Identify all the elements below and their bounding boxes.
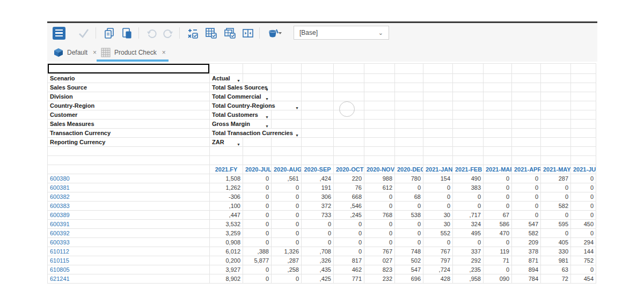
- data-cell[interactable]: 220: [334, 174, 364, 183]
- empty-cell[interactable]: [302, 129, 334, 138]
- data-cell[interactable]: 0: [272, 238, 302, 247]
- data-cell[interactable]: 68: [395, 192, 423, 202]
- data-cell[interactable]: 0: [484, 265, 512, 274]
- empty-cell[interactable]: [541, 83, 571, 92]
- column-header-2020-DEC[interactable]: 2020-DEC: [395, 165, 423, 174]
- dimension-selector-5[interactable]: Gross Margin▼: [210, 120, 272, 129]
- data-cell[interactable]: 0: [453, 238, 484, 247]
- empty-cell[interactable]: [364, 120, 395, 129]
- empty-cell[interactable]: [571, 120, 596, 129]
- selected-cell[interactable]: [48, 64, 210, 74]
- empty-cell[interactable]: [484, 101, 512, 110]
- data-cell[interactable]: 294: [571, 238, 596, 247]
- data-cell[interactable]: 324: [453, 220, 484, 229]
- empty-cell[interactable]: [571, 147, 596, 156]
- data-cell[interactable]: ,235: [453, 265, 484, 274]
- data-cell[interactable]: 502: [395, 256, 423, 265]
- empty-cell[interactable]: [453, 83, 484, 92]
- row-label-600392[interactable]: 600392: [48, 229, 210, 238]
- empty-cell[interactable]: [453, 74, 484, 83]
- data-cell[interactable]: 0: [571, 174, 596, 183]
- data-cell[interactable]: 582: [512, 229, 541, 238]
- data-cell[interactable]: 383: [453, 183, 484, 192]
- empty-cell[interactable]: [395, 92, 423, 101]
- column-header-2020-NOV[interactable]: 2020-NOV: [364, 165, 395, 174]
- data-cell[interactable]: 0: [243, 238, 272, 247]
- dimension-selector-0[interactable]: Actual▼: [210, 74, 243, 83]
- data-cell[interactable]: 306: [302, 192, 334, 202]
- data-cell[interactable]: 547: [512, 220, 541, 229]
- data-cell[interactable]: 191: [302, 183, 334, 192]
- data-cell[interactable]: 372: [302, 202, 334, 211]
- column-header-2021-JAN[interactable]: 2021-JAN: [423, 165, 453, 174]
- data-cell[interactable]: 0: [272, 274, 302, 284]
- column-header-2021-MAR[interactable]: 2021-MAR: [484, 165, 512, 174]
- empty-cell[interactable]: [272, 83, 302, 92]
- empty-cell[interactable]: [453, 92, 484, 101]
- empty-cell[interactable]: [453, 138, 484, 147]
- data-cell[interactable]: 0: [334, 238, 364, 247]
- data-cell[interactable]: 287: [541, 174, 571, 183]
- multi-grid-check-button[interactable]: [222, 26, 237, 40]
- empty-cell[interactable]: [364, 64, 395, 74]
- data-cell[interactable]: 0: [243, 229, 272, 238]
- empty-cell[interactable]: [541, 64, 571, 74]
- undo-button[interactable]: [144, 26, 159, 40]
- data-cell[interactable]: 0,908: [210, 238, 243, 247]
- empty-cell[interactable]: [302, 92, 334, 101]
- empty-cell[interactable]: [512, 129, 541, 138]
- data-cell[interactable]: 0: [423, 238, 453, 247]
- data-cell[interactable]: 0: [272, 192, 302, 202]
- data-cell[interactable]: 0: [571, 192, 596, 202]
- empty-cell[interactable]: [512, 101, 541, 110]
- empty-cell[interactable]: [48, 156, 210, 165]
- data-cell[interactable]: 0: [272, 229, 302, 238]
- empty-cell[interactable]: [571, 129, 596, 138]
- empty-cell[interactable]: [302, 120, 334, 129]
- data-cell[interactable]: ,258: [272, 265, 302, 274]
- empty-cell[interactable]: [302, 156, 334, 165]
- data-cell[interactable]: 0: [243, 211, 272, 220]
- data-cell[interactable]: 0: [243, 274, 272, 284]
- empty-cell[interactable]: [512, 120, 541, 129]
- dimension-selector-4[interactable]: Total Customers▼: [210, 110, 272, 120]
- data-cell[interactable]: 0: [334, 220, 364, 229]
- data-cell[interactable]: 767: [364, 247, 395, 256]
- data-cell[interactable]: 894: [512, 265, 541, 274]
- data-cell[interactable]: 0: [512, 183, 541, 192]
- empty-cell[interactable]: [272, 92, 302, 101]
- column-header-2020-OCT[interactable]: 2020-OCT: [334, 165, 364, 174]
- column-header-2021-MAY[interactable]: 2021-MAY: [541, 165, 571, 174]
- data-cell[interactable]: 63: [541, 265, 571, 274]
- data-cell[interactable]: 8,902: [210, 274, 243, 284]
- data-cell[interactable]: 0: [243, 202, 272, 211]
- data-cell[interactable]: 405: [541, 238, 571, 247]
- data-cell[interactable]: ,100: [210, 202, 243, 211]
- data-cell[interactable]: 30: [423, 211, 453, 220]
- empty-cell[interactable]: [453, 129, 484, 138]
- empty-cell[interactable]: [571, 74, 596, 83]
- data-cell[interactable]: 1,326: [272, 247, 302, 256]
- empty-cell[interactable]: [48, 147, 210, 156]
- data-cell[interactable]: ,425: [302, 274, 334, 284]
- empty-cell[interactable]: [512, 64, 541, 74]
- data-cell[interactable]: 771: [334, 274, 364, 284]
- empty-cell[interactable]: [423, 147, 453, 156]
- data-cell[interactable]: ,424: [302, 174, 334, 183]
- empty-cell[interactable]: [395, 120, 423, 129]
- empty-cell[interactable]: [423, 92, 453, 101]
- data-cell[interactable]: 0: [272, 211, 302, 220]
- empty-cell[interactable]: [210, 156, 243, 165]
- data-cell[interactable]: 0: [243, 192, 272, 202]
- data-cell[interactable]: 330: [541, 247, 571, 256]
- empty-cell[interactable]: [541, 110, 571, 120]
- data-cell[interactable]: 582: [541, 202, 571, 211]
- redo-button[interactable]: [160, 26, 175, 40]
- empty-cell[interactable]: [395, 101, 423, 110]
- data-cell[interactable]: 0: [364, 220, 395, 229]
- data-cell[interactable]: 1,508: [210, 174, 243, 183]
- empty-cell[interactable]: [484, 129, 512, 138]
- data-cell[interactable]: 490: [453, 174, 484, 183]
- empty-cell[interactable]: [364, 92, 395, 101]
- data-cell[interactable]: 027: [364, 256, 395, 265]
